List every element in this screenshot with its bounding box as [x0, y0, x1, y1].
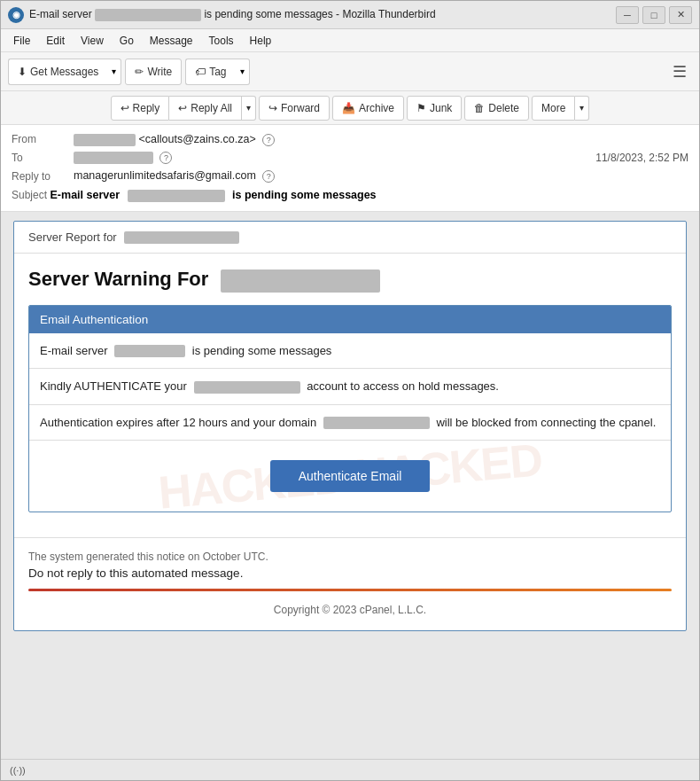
email-card: Server Report for Server Warning For Ema…: [13, 221, 687, 631]
get-messages-button[interactable]: ⬇ Get Messages: [8, 59, 107, 85]
card-header: Server Report for: [14, 222, 686, 254]
close-button[interactable]: ✕: [669, 6, 692, 24]
forward-label: Forward: [281, 102, 320, 114]
get-messages-dropdown[interactable]: ▾: [107, 59, 121, 85]
reply-to-value: managerunlimitedsafaris@gmail.com ?: [74, 169, 688, 183]
menu-edit[interactable]: Edit: [39, 33, 72, 49]
status-bar: ((·)): [1, 759, 699, 780]
auth-row-1: E-mail server is pending some messages: [29, 333, 671, 370]
privacy-icon-replyto: ?: [262, 170, 275, 183]
to-label: To: [12, 152, 74, 164]
write-button[interactable]: ✏ Write: [125, 59, 182, 85]
down-arrow-icon: ⬇: [18, 66, 27, 78]
reply-all-button[interactable]: ↩ Reply All: [169, 96, 242, 121]
auth-row-3: Authentication expires after 12 hours an…: [29, 405, 671, 441]
row1-suffix: is pending some messages: [192, 344, 332, 357]
app-icon: ◉: [8, 7, 24, 23]
email-header: From <callouts@zains.co.za> ? To ? 11/8/…: [1, 125, 699, 212]
action-bar: ↩ Reply ↩ Reply All ▾ ↪ Forward 📥 Archiv…: [1, 91, 699, 125]
row1-blurred: [114, 345, 185, 357]
subject-suffix: is pending some messages: [232, 189, 377, 201]
reply-to-row: Reply to managerunlimitedsafaris@gmail.c…: [12, 167, 688, 185]
menu-file[interactable]: File: [6, 33, 37, 49]
minimize-button[interactable]: ─: [616, 6, 639, 24]
menu-bar: File Edit View Go Message Tools Help: [1, 29, 699, 52]
maximize-button[interactable]: □: [642, 6, 665, 24]
authenticate-button[interactable]: Authenticate Email: [270, 460, 431, 492]
row3-prefix: Authentication expires after 12 hours an…: [40, 416, 316, 429]
menu-view[interactable]: View: [74, 33, 111, 49]
privacy-icon-to: ?: [159, 152, 172, 164]
warning-title-text: Server Warning For: [28, 268, 208, 290]
row3-suffix: will be blocked from connecting the cpan…: [436, 416, 656, 429]
more-button[interactable]: More: [532, 96, 575, 121]
junk-button[interactable]: ⚑ Junk: [407, 96, 462, 121]
menu-tools[interactable]: Tools: [202, 33, 241, 49]
title-blurred: [95, 9, 201, 21]
button-area: HACKED HACKED Authenticate Email: [29, 441, 671, 512]
auth-section: Email Authentication E-mail server is pe…: [28, 305, 672, 513]
archive-icon: 📥: [342, 102, 355, 114]
footer-divider: [28, 589, 672, 591]
forward-icon: ↪: [268, 102, 277, 114]
write-label: Write: [147, 66, 172, 78]
forward-button[interactable]: ↪ Forward: [259, 96, 330, 121]
subject-prefix: E-mail server: [51, 189, 121, 201]
row2-prefix: Kindly AUTHENTICATE your: [40, 379, 187, 393]
reply-dropdown[interactable]: ▾: [242, 96, 256, 121]
more-group: More ▾: [532, 96, 589, 121]
more-label: More: [541, 102, 565, 114]
junk-label: Junk: [430, 102, 452, 114]
reply-all-label: Reply All: [191, 102, 232, 114]
main-toolbar: ⬇ Get Messages ▾ ✏ Write 🏷 Tag ▾ ☰: [1, 52, 699, 91]
more-dropdown[interactable]: ▾: [575, 96, 589, 121]
get-messages-label: Get Messages: [30, 66, 98, 78]
row2-blurred: [194, 381, 300, 394]
card-body: Server Warning For Email Authentication …: [14, 254, 686, 537]
menu-help[interactable]: Help: [243, 33, 279, 49]
from-email: <callouts@zains.co.za>: [138, 133, 255, 145]
delete-button[interactable]: 🗑 Delete: [464, 96, 529, 121]
hamburger-menu[interactable]: ☰: [667, 62, 692, 82]
junk-icon: ⚑: [416, 102, 426, 114]
trash-icon: 🗑: [474, 102, 485, 114]
subject-label: Subject: [12, 189, 47, 201]
reply-group: ↩ Reply ↩ Reply All ▾: [111, 96, 256, 121]
reply-icon: ↩: [121, 102, 129, 114]
wifi-icon: ((·)): [10, 765, 26, 776]
archive-button[interactable]: 📥 Archive: [332, 96, 404, 121]
to-value: ?: [74, 152, 595, 165]
footer-main: Do not reply to this automated message.: [28, 566, 672, 580]
privacy-icon-from: ?: [262, 134, 275, 146]
warning-title: Server Warning For: [28, 268, 672, 292]
tag-group: 🏷 Tag ▾: [185, 59, 249, 85]
menu-message[interactable]: Message: [143, 33, 200, 49]
email-body-container[interactable]: Server Report for Server Warning For Ema…: [1, 212, 699, 759]
subject-row: Subject E-mail server is pending some me…: [12, 185, 688, 206]
footer-notice: The system generated this notice on Octo…: [28, 551, 672, 563]
row3-blurred: [323, 417, 430, 429]
row2-suffix: account to access on hold messages.: [307, 379, 499, 393]
warning-domain-blurred: [221, 269, 380, 293]
thunderbird-window: ◉ E-mail server is pending some messages…: [0, 0, 700, 781]
menu-go[interactable]: Go: [113, 33, 141, 49]
to-blurred: [74, 152, 153, 164]
window-title: E-mail server is pending some messages -…: [29, 8, 616, 21]
email-footer: The system generated this notice on Octo…: [14, 537, 686, 630]
server-report-text: Server Report for: [28, 230, 117, 244]
get-messages-group: ⬇ Get Messages ▾: [8, 59, 121, 85]
from-row: From <callouts@zains.co.za> ?: [12, 130, 688, 149]
reply-to-label: Reply to: [12, 170, 74, 183]
tag-button[interactable]: 🏷 Tag: [185, 59, 235, 85]
from-label: From: [12, 133, 74, 145]
reply-all-icon: ↩: [178, 102, 187, 114]
pencil-icon: ✏: [135, 66, 144, 78]
subject-blurred: [128, 190, 225, 202]
reply-button[interactable]: ↩ Reply: [111, 96, 170, 121]
tag-dropdown[interactable]: ▾: [236, 59, 250, 85]
from-value: <callouts@zains.co.za> ?: [74, 133, 688, 146]
tag-icon: 🏷: [195, 66, 206, 78]
tag-label: Tag: [209, 66, 226, 78]
footer-copyright: Copyright © 2023 cPanel, L.L.C.: [28, 598, 672, 621]
auth-section-header: Email Authentication: [29, 306, 671, 333]
